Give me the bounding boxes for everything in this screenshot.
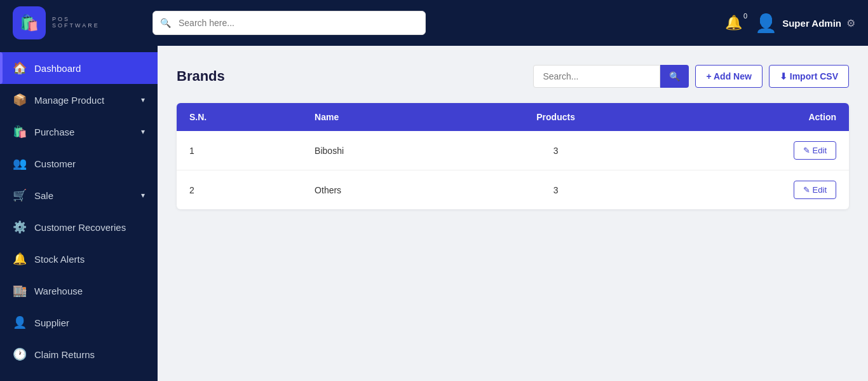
col-header-name: Name	[302, 103, 462, 131]
sidebar-label-purchase: Purchase	[34, 127, 74, 137]
dashboard-icon: 🏠	[13, 61, 27, 75]
cell-sn-1: 1	[177, 131, 302, 170]
sidebar-item-dashboard[interactable]: 🏠 Dashboard	[0, 52, 158, 84]
edit-button-1[interactable]: ✎ Edit	[794, 141, 836, 160]
table-header-row: S.N. Name Products Action	[177, 103, 849, 131]
sidebar-label-claim-returns: Claim Returns	[34, 349, 95, 360]
sidebar-item-customer[interactable]: 👥 Customer	[0, 148, 158, 179]
active-indicator	[0, 52, 3, 84]
page-header: Brands 🔍 + Add New ⬇ Import CSV	[177, 65, 849, 88]
sidebar-label-supplier: Supplier	[34, 317, 69, 328]
header-actions: 🔍 + Add New ⬇ Import CSV	[533, 65, 849, 88]
edit-button-2[interactable]: ✎ Edit	[794, 181, 836, 199]
cell-products-2: 3	[462, 170, 649, 210]
chevron-down-icon-purchase: ▾	[141, 127, 145, 136]
sidebar-label-customer: Customer	[34, 158, 76, 169]
sidebar-item-warehouse[interactable]: 🏬 Warehouse	[0, 275, 158, 307]
sidebar-label-warehouse: Warehouse	[34, 286, 83, 296]
bell-icon: 🔔	[725, 15, 742, 31]
sidebar-label-manage-product: Manage Product	[34, 95, 104, 106]
user-area[interactable]: 👤 Super Admin ⚙	[755, 13, 855, 34]
sidebar-item-supplier[interactable]: 👤 Supplier	[0, 307, 158, 338]
user-cog-icon: ⚙	[846, 17, 855, 29]
warehouse-icon: 🏬	[13, 284, 27, 298]
cell-name-1: Biboshi	[302, 131, 462, 170]
manage-product-icon: 📦	[13, 93, 27, 107]
nav-right: 🔔 0 👤 Super Admin ⚙	[725, 13, 855, 34]
sale-icon: 🛒	[13, 188, 27, 202]
table-row: 2 Others 3 ✎ Edit	[177, 170, 849, 210]
chevron-down-icon: ▾	[141, 95, 145, 104]
sidebar-item-sale[interactable]: 🛒 Sale ▾	[0, 179, 158, 211]
customer-recoveries-icon: ⚙️	[13, 220, 27, 234]
logo-area: 🛍️ POS SOFTWARE	[13, 6, 140, 39]
sidebar-label-dashboard: Dashboard	[34, 63, 81, 74]
brands-table: S.N. Name Products Action 1 Biboshi 3 ✎ …	[177, 103, 849, 209]
sidebar-item-claim-returns[interactable]: 🕐 Claim Returns	[0, 338, 158, 370]
sidebar-item-purchase[interactable]: 🛍️ Purchase ▾	[0, 116, 158, 148]
cell-name-2: Others	[302, 170, 462, 210]
col-header-sn: S.N.	[177, 103, 302, 131]
top-navbar: 🛍️ POS SOFTWARE 🔍 🔔 0 👤 Super Admin ⚙	[0, 0, 868, 46]
global-search-input[interactable]	[153, 11, 426, 35]
main-layout: 🏠 Dashboard 📦 Manage Product ▾ 🛍️ Purcha…	[0, 46, 868, 381]
cell-action-2: ✎ Edit	[649, 170, 849, 210]
logo-text: POS SOFTWARE	[52, 17, 100, 29]
sidebar-item-stock-alerts[interactable]: 🔔 Stock Alerts	[0, 243, 158, 275]
add-new-button[interactable]: + Add New	[695, 65, 762, 88]
bell-area[interactable]: 🔔 0	[725, 15, 742, 31]
cell-products-1: 3	[462, 131, 649, 170]
page-title: Brands	[177, 68, 225, 85]
global-search-bar: 🔍	[153, 11, 426, 35]
sidebar-label-stock-alerts: Stock Alerts	[34, 254, 85, 265]
sidebar-item-customer-recoveries[interactable]: ⚙️ Customer Recoveries	[0, 211, 158, 243]
chevron-down-icon-sale: ▾	[141, 191, 145, 200]
import-csv-button[interactable]: ⬇ Import CSV	[769, 65, 849, 88]
stock-alerts-icon: 🔔	[13, 252, 27, 266]
sidebar-label-customer-recoveries: Customer Recoveries	[34, 222, 126, 233]
table-row: 1 Biboshi 3 ✎ Edit	[177, 131, 849, 170]
claim-returns-icon: 🕐	[13, 347, 27, 361]
col-header-action: Action	[649, 103, 849, 131]
cell-action-1: ✎ Edit	[649, 131, 849, 170]
user-avatar-icon: 👤	[755, 13, 777, 34]
purchase-icon: 🛍️	[13, 125, 27, 139]
search-icon-nav: 🔍	[160, 18, 171, 28]
customer-icon: 👥	[13, 156, 27, 170]
user-name-label: Super Admin	[782, 18, 841, 29]
supplier-icon: 👤	[13, 315, 27, 329]
sidebar-label-sale: Sale	[34, 190, 53, 201]
logo-subtitle: SOFTWARE	[52, 23, 100, 29]
bell-badge: 0	[743, 12, 747, 20]
sidebar: 🏠 Dashboard 📦 Manage Product ▾ 🛍️ Purcha…	[0, 46, 158, 381]
sidebar-item-manage-product[interactable]: 📦 Manage Product ▾	[0, 84, 158, 116]
logo-icon: 🛍️	[13, 6, 46, 39]
cell-sn-2: 2	[177, 170, 302, 210]
table-search-button[interactable]: 🔍	[660, 65, 689, 88]
table-search-wrapper: 🔍	[533, 65, 689, 88]
main-content: Brands 🔍 + Add New ⬇ Import CSV S.N. Nam…	[158, 46, 868, 381]
table-search-input[interactable]	[533, 65, 660, 88]
col-header-products: Products	[462, 103, 649, 131]
